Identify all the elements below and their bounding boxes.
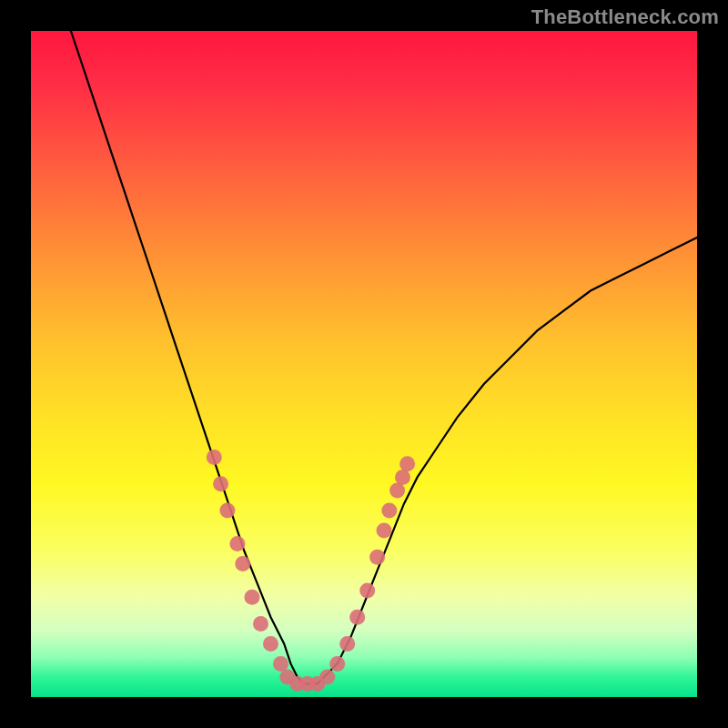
data-marker [207, 450, 222, 465]
data-marker [339, 636, 355, 652]
data-marker [359, 582, 375, 598]
data-marker [219, 503, 235, 519]
data-marker [329, 656, 345, 672]
data-marker [319, 670, 335, 685]
data-marker [273, 656, 288, 672]
chart-stage: TheBottleneck.com [0, 0, 728, 728]
data-marker [229, 536, 245, 551]
data-marker [399, 456, 415, 471]
data-marker [245, 590, 260, 605]
data-marker [377, 523, 392, 539]
data-marker [369, 550, 385, 565]
plot-area [31, 31, 697, 697]
watermark-text: TheBottleneck.com [531, 5, 719, 29]
data-marker [213, 476, 228, 491]
data-marker [263, 636, 278, 652]
data-marker [349, 610, 365, 625]
data-marker [235, 556, 250, 571]
data-marker [389, 483, 405, 499]
data-marker [381, 503, 397, 519]
data-marker [253, 616, 268, 632]
data-markers [31, 31, 697, 697]
data-marker [395, 470, 410, 485]
